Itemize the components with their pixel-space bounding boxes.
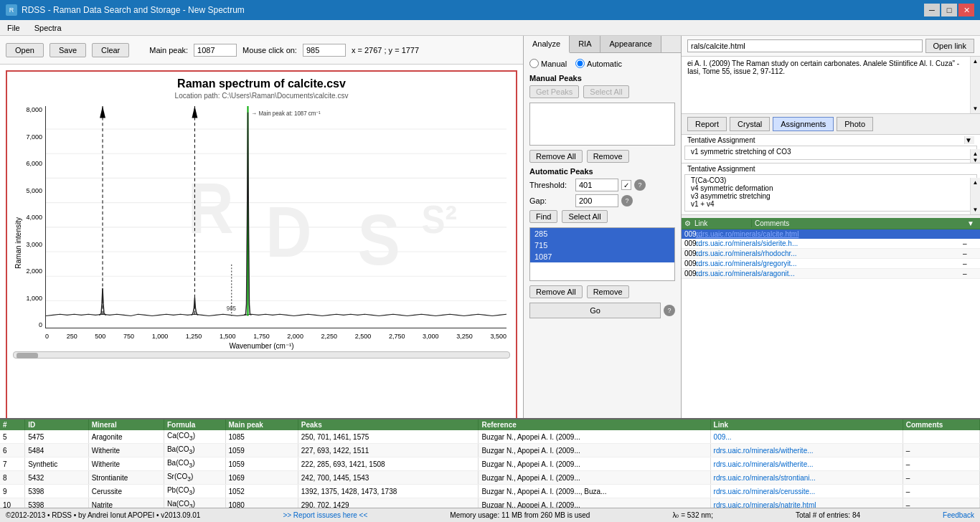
tentative-scroll-1[interactable]: ▼ <box>964 136 974 144</box>
threshold-checkbox[interactable]: ✓ <box>621 180 631 190</box>
menu-file[interactable]: File <box>3 23 24 33</box>
col-comments: Comments <box>903 419 979 430</box>
peak-item-285[interactable]: 285 <box>530 228 674 239</box>
peak-item-1087[interactable]: 1087 <box>530 251 674 262</box>
col-peaks: Peaks <box>298 419 479 430</box>
row5-id: 009... <box>684 270 694 277</box>
cell-link[interactable]: rdrs.uaic.ro/minerals/strontiani... <box>710 471 903 485</box>
tentative-item-2-4: v1 + v4 <box>691 200 971 208</box>
tentative-scrollbar-2[interactable]: ▲ ▼ <box>970 178 980 214</box>
cell-reference: Buzgar N., Apopei A. I. (2009... <box>479 498 710 508</box>
remove-all-manual-button[interactable]: Remove All <box>529 150 583 163</box>
maximize-button[interactable]: □ <box>941 4 957 16</box>
open-link-button[interactable]: Open link <box>925 39 974 53</box>
assignments-button[interactable]: Assignments <box>773 117 834 131</box>
crystal-button[interactable]: Crystal <box>730 117 770 131</box>
tab-analyze[interactable]: Analyze <box>524 36 570 53</box>
reference-area: ei A. I. (2009) The Raman study on certa… <box>682 57 980 114</box>
report-issues-link[interactable]: >> Report issuses here << <box>283 511 367 519</box>
go-help-icon[interactable]: ? <box>664 305 675 316</box>
tab-appearance[interactable]: Appearance <box>600 36 661 52</box>
col-formula: Formula <box>164 419 225 430</box>
cell-link[interactable]: rdrs.uaic.ro/minerals/witherite... <box>710 444 903 457</box>
cell-link[interactable]: rdrs.uaic.ro/minerals/witherite... <box>710 457 903 471</box>
photo-button[interactable]: Photo <box>837 117 873 131</box>
table-header-row: # ID Mineral Formula Main peak Peaks Ref… <box>0 419 980 430</box>
cell-reference: Buzgar N., Apopei A. I. (2009... <box>479 457 710 471</box>
bottom-table-scroll[interactable]: # ID Mineral Formula Main peak Peaks Ref… <box>0 419 980 508</box>
main-peak-input[interactable] <box>194 44 237 57</box>
manual-radio[interactable]: Manual <box>529 59 567 68</box>
h-scrollbar-container[interactable] <box>7 350 516 361</box>
h-scrollbar-thumb[interactable] <box>17 353 38 359</box>
select-all-manual-button[interactable]: Select All <box>583 85 628 98</box>
tentative-label-1: Tentative Assignment ▼ <box>682 135 980 146</box>
table-body-rows: 5 5475 Aragonite Ca(CO3) 1085 250, 701, … <box>0 430 980 508</box>
row3-link[interactable]: rdrs.uaic.ro/minerals/rhodochr... <box>694 250 963 257</box>
get-peaks-button[interactable]: Get Peaks <box>529 85 579 98</box>
threshold-input[interactable] <box>575 179 618 191</box>
table-row[interactable]: 10 5398 Natrite Na(CO3) 1080 290, 702, 1… <box>0 498 980 508</box>
select-all-button[interactable]: Select All <box>562 210 607 223</box>
table-row-4[interactable]: 009... rdrs.uaic.ro/minerals/gregoryit..… <box>682 259 980 269</box>
auto-peaks-list[interactable]: 285 715 1087 <box>529 227 675 281</box>
table-row[interactable]: 5 5475 Aragonite Ca(CO3) 1085 250, 701, … <box>0 430 980 444</box>
close-button[interactable]: ✕ <box>958 4 974 16</box>
remove-auto-button[interactable]: Remove <box>587 285 629 298</box>
x-axis-label: Wavenumber (cm⁻¹) <box>13 342 510 350</box>
auto-remove-row: Remove All Remove <box>529 285 675 298</box>
go-button[interactable]: Go <box>529 303 661 318</box>
cell-formula: Na(CO3) <box>164 498 225 508</box>
table-row-5[interactable]: 009... rdrs.uaic.ro/minerals/aragonit...… <box>682 269 980 279</box>
spectrum-title: Raman spectrum of calcite.csv <box>7 72 516 92</box>
y-axis-ticks: 0 1,000 2,000 3,000 4,000 5,000 6,000 7,… <box>17 106 44 328</box>
peak-item-715[interactable]: 715 <box>530 239 674 251</box>
table-row-2[interactable]: 009... rdrs.uaic.ro/minerals/siderite.h.… <box>682 239 980 249</box>
open-button[interactable]: Open <box>6 43 44 57</box>
find-button[interactable]: Find <box>529 210 557 223</box>
clear-button[interactable]: Clear <box>92 43 129 57</box>
cell-link[interactable]: rdrs.uaic.ro/minerals/cerussite... <box>710 485 903 498</box>
remove-all-auto-button[interactable]: Remove All <box>529 285 583 298</box>
url-input[interactable] <box>687 39 923 52</box>
threshold-help-icon[interactable]: ? <box>634 179 646 191</box>
cell-formula: Ca(CO3) <box>164 430 225 444</box>
cell-peaks: 242, 700, 1445, 1543 <box>298 471 479 485</box>
table-row-selected[interactable]: 009... rdrs.uaic.ro/minerals/calcite.htm… <box>682 229 980 239</box>
tab-ria[interactable]: RIA <box>570 36 600 52</box>
scrollbar-right-ref[interactable]: ▲ ▼ <box>970 57 980 113</box>
report-button[interactable]: Report <box>687 117 727 131</box>
table-row[interactable]: 9 5398 Cerussite Pb(CO3) 1052 1392, 1375… <box>0 485 980 498</box>
h-scrollbar[interactable] <box>13 351 510 359</box>
menu-spectra[interactable]: Spectra <box>30 23 66 33</box>
table-row[interactable]: 7 Synthetic Witherite Ba(CO3) 1059 222, … <box>0 457 980 471</box>
cell-link[interactable]: 009... <box>710 430 903 444</box>
gap-input[interactable] <box>575 194 618 207</box>
tentative-item-2-3: v3 asymmetric stretching <box>691 192 971 200</box>
row2-link[interactable]: rdrs.uaic.ro/minerals/siderite.h... <box>694 239 963 247</box>
tentative-label-2: Tentative Assignment <box>682 163 980 174</box>
gap-help-icon[interactable]: ? <box>621 195 633 207</box>
row5-link[interactable]: rdrs.uaic.ro/minerals/aragonit... <box>694 270 963 277</box>
save-button[interactable]: Save <box>50 43 86 57</box>
manual-btn-row: Get Peaks Select All <box>529 85 675 98</box>
col-settings-icon[interactable]: ⚙ <box>684 219 694 227</box>
mouse-click-input[interactable] <box>303 44 346 57</box>
table-row[interactable]: 6 5484 Witherite Ba(CO3) 1059 227, 693, … <box>0 444 980 457</box>
table-row-3[interactable]: 009... rdrs.uaic.ro/minerals/rhodochr...… <box>682 249 980 259</box>
cell-main-peak: 1080 <box>225 498 298 508</box>
chart-area[interactable]: R D S S² <box>45 106 507 328</box>
svg-text:D: D <box>265 192 311 272</box>
tentative-scrollbar-1[interactable]: ▲ ▼ <box>970 149 980 163</box>
table-header: ⚙ Link Comments ▼ <box>682 218 980 229</box>
manual-peaks-list[interactable] <box>529 103 675 146</box>
remove-manual-button[interactable]: Remove <box>587 150 629 163</box>
cell-link[interactable]: rdrs.uaic.ro/minerals/natrite.html <box>710 498 903 508</box>
table-row[interactable]: 8 5432 Strontianite Sr(CO3) 1069 242, 70… <box>0 471 980 485</box>
minimize-button[interactable]: ─ <box>924 4 940 16</box>
automatic-radio[interactable]: Automatic <box>575 59 622 68</box>
row1-link[interactable]: rdrs.uaic.ro/minerals/calcite.html <box>694 230 967 238</box>
svg-marker-13 <box>100 106 105 118</box>
row4-link[interactable]: rdrs.uaic.ro/minerals/gregoryit... <box>694 260 963 267</box>
feedback-link[interactable]: Feedback <box>943 511 974 519</box>
